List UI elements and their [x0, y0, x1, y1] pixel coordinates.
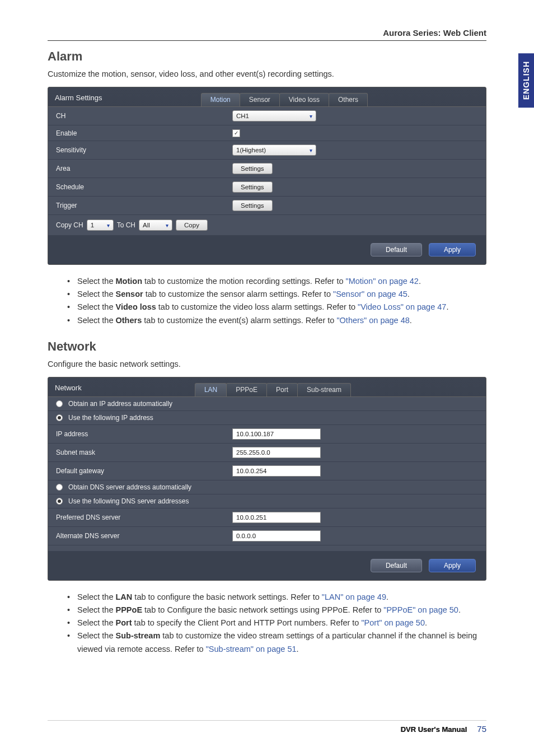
- gateway-input[interactable]: 10.0.0.254: [232, 465, 321, 477]
- schedule-label: Schedule: [56, 183, 232, 191]
- network-intro: Configure the basic network settings.: [48, 360, 486, 368]
- network-bullets: Select the LAN tab to configure the basi…: [48, 591, 486, 656]
- tab-substream[interactable]: Sub-stream: [297, 383, 351, 396]
- altdns-input[interactable]: 0.0.0.0: [232, 530, 321, 542]
- link-substream[interactable]: "Sub-stream" on page 51: [206, 645, 297, 654]
- radio-obtain-dns-label: Obtain DNS server address automatically: [68, 483, 191, 491]
- txt: Select the: [77, 277, 116, 286]
- txt: tab to customize the sensor alarm settin…: [143, 290, 333, 298]
- network-apply-button[interactable]: Apply: [429, 559, 476, 572]
- txt: .: [386, 592, 388, 601]
- txt: Sub-stream: [116, 631, 161, 640]
- tab-others[interactable]: Others: [329, 93, 368, 106]
- alarm-heading: Alarm: [48, 49, 486, 64]
- schedule-settings-button[interactable]: Settings: [232, 181, 273, 193]
- txt: .: [407, 290, 410, 298]
- tab-port[interactable]: Port: [266, 383, 298, 396]
- ip-input[interactable]: 10.0.100.187: [232, 428, 321, 440]
- tab-lan[interactable]: LAN: [195, 383, 227, 396]
- link-lan[interactable]: "LAN" on page 49: [322, 592, 386, 601]
- ip-label: IP address: [56, 430, 232, 438]
- tab-videoloss[interactable]: Video loss: [279, 93, 329, 106]
- footer-manual-label: DVR User's Manual: [401, 725, 467, 734]
- radio-use-ip[interactable]: [56, 414, 63, 421]
- chevron-updown-icon: ▾: [107, 222, 110, 228]
- txt: tab to customize the event(s) alarm sett…: [142, 316, 336, 325]
- txt: Sensor: [116, 290, 143, 298]
- network-default-button[interactable]: Default: [371, 559, 422, 572]
- txt: Video loss: [116, 302, 156, 311]
- radio-obtain-ip-label: Obtain an IP address automatically: [68, 400, 172, 408]
- txt: tab to customize the video loss alarm se…: [156, 302, 358, 311]
- language-tab: ENGLISH: [518, 53, 534, 108]
- trigger-settings-button[interactable]: Settings: [232, 200, 273, 211]
- altdns-label: Alternate DNS server: [56, 532, 232, 540]
- sensitivity-value: 1(Highest): [236, 147, 266, 153]
- subnet-label: Subnet mask: [56, 449, 232, 456]
- alarm-default-button[interactable]: Default: [371, 243, 422, 256]
- network-panel-title: Network: [55, 384, 82, 396]
- txt: tab to customize the motion recording se…: [142, 277, 345, 286]
- prefdns-label: Preferred DNS server: [56, 514, 232, 521]
- link-others[interactable]: "Others" on page 48: [336, 316, 409, 325]
- to-ch-value: All: [143, 222, 150, 228]
- txt: tab to Configure the basic network setti…: [142, 605, 383, 614]
- chevron-updown-icon: ▾: [166, 222, 168, 228]
- txt: Select the: [77, 592, 116, 601]
- page-header: Aurora Series: Web Client: [48, 28, 486, 41]
- txt: .: [410, 316, 412, 325]
- enable-label: Enable: [56, 129, 232, 137]
- alarm-panel-title: Alarm Settings: [55, 94, 102, 106]
- radio-obtain-dns[interactable]: [56, 484, 63, 491]
- copy-ch-value: 1: [91, 222, 94, 228]
- trigger-label: Trigger: [56, 202, 232, 209]
- txt: Select the: [77, 316, 116, 325]
- subnet-input[interactable]: 255.255.0.0: [232, 447, 321, 458]
- alarm-apply-button[interactable]: Apply: [429, 243, 476, 256]
- radio-use-ip-label: Use the following IP address: [68, 414, 153, 422]
- link-pppoe[interactable]: "PPPoE" on page 50: [383, 605, 458, 614]
- alarm-bullets: Select the Motion tab to customize the m…: [48, 275, 486, 327]
- chevron-updown-icon: ▾: [310, 147, 312, 153]
- copy-ch-label: Copy CH: [56, 221, 83, 229]
- link-videoloss[interactable]: "Video Loss" on page 47: [358, 302, 446, 311]
- txt: Motion: [116, 277, 143, 286]
- txt: Select the: [77, 631, 116, 640]
- txt: Select the: [77, 290, 116, 298]
- txt: .: [458, 605, 461, 614]
- link-port[interactable]: "Port" on page 50: [361, 618, 425, 627]
- tab-motion[interactable]: Motion: [201, 93, 240, 106]
- area-settings-button[interactable]: Settings: [232, 163, 273, 174]
- tab-pppoe[interactable]: PPPoE: [226, 383, 267, 396]
- copy-ch-select[interactable]: 1 ▾: [87, 220, 114, 231]
- txt: PPPoE: [116, 605, 143, 614]
- txt: Select the: [77, 618, 116, 627]
- txt: Select the: [77, 302, 116, 311]
- txt: Port: [116, 618, 132, 627]
- txt: Others: [116, 316, 142, 325]
- link-sensor[interactable]: "Sensor" on page 45: [333, 290, 407, 298]
- copy-button[interactable]: Copy: [176, 220, 208, 231]
- enable-checkbox[interactable]: ✓: [232, 129, 240, 137]
- tab-sensor[interactable]: Sensor: [240, 93, 280, 106]
- txt: .: [446, 302, 448, 311]
- alarm-panel: Alarm Settings Motion Sensor Video loss …: [48, 87, 486, 265]
- network-panel: Network LAN PPPoE Port Sub-stream Obtain…: [48, 377, 486, 581]
- prefdns-input[interactable]: 10.0.0.251: [232, 512, 321, 523]
- chevron-updown-icon: ▾: [310, 113, 312, 119]
- to-ch-select[interactable]: All ▾: [139, 220, 172, 231]
- ch-select[interactable]: CH1 ▾: [232, 110, 316, 122]
- network-heading: Network: [48, 339, 486, 354]
- radio-obtain-ip[interactable]: [56, 400, 63, 407]
- gateway-label: Default gateway: [56, 467, 232, 475]
- txt: .: [419, 277, 421, 286]
- radio-use-dns[interactable]: [56, 498, 63, 505]
- radio-use-dns-label: Use the following DNS server addresses: [68, 497, 189, 505]
- area-label: Area: [56, 165, 232, 172]
- txt: LAN: [116, 592, 133, 601]
- alarm-intro: Customize the motion, sensor, video loss…: [48, 69, 486, 78]
- txt: .: [297, 645, 299, 654]
- sensitivity-select[interactable]: 1(Highest) ▾: [232, 144, 316, 156]
- ch-label: CH: [56, 112, 232, 120]
- link-motion[interactable]: "Motion" on page 42: [346, 277, 419, 286]
